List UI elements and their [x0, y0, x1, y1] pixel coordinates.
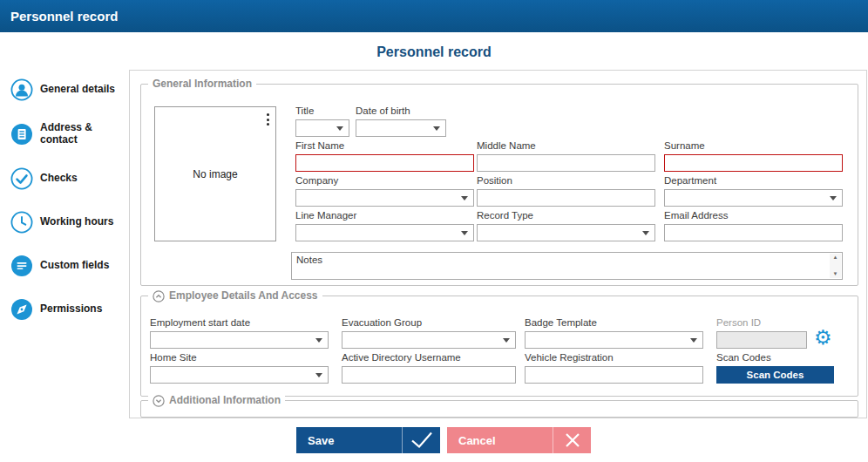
sidebar-item-label: Checks [40, 173, 124, 185]
active-directory-username-label: Active Directory Username [342, 352, 516, 364]
scroll-up-icon[interactable]: ▲ [833, 254, 838, 262]
surname-field: Surname [664, 140, 843, 172]
form-panel: General Information No image Title Date … [129, 70, 867, 418]
checkmark-icon [10, 167, 33, 190]
notes-scrollbar[interactable]: ▲ ▼ [830, 254, 841, 278]
evacuation-group-select[interactable] [342, 331, 516, 349]
person-id-field: Person ID [716, 317, 807, 349]
clock-icon [10, 211, 33, 234]
employment-start-date-label: Employment start date [150, 317, 329, 330]
dropdown-arrow-icon [642, 231, 649, 235]
gear-icon[interactable]: ⚙ [814, 328, 832, 348]
badge-template-select[interactable] [525, 331, 703, 349]
legend-text: Additional Information [169, 394, 281, 407]
scan-codes-button-label: Scan Codes [747, 370, 804, 380]
email-address-input[interactable] [664, 224, 843, 241]
scan-codes-field: Scan Codes Scan Codes [716, 352, 834, 384]
page-title: Personnel record [0, 44, 868, 60]
line-manager-select[interactable] [295, 224, 474, 241]
dropdown-arrow-icon [315, 373, 322, 377]
compass-icon [10, 298, 33, 321]
first-name-label: First Name [295, 140, 474, 153]
title-select[interactable] [295, 119, 349, 137]
save-button-label: Save [296, 434, 402, 447]
cancel-button[interactable]: Cancel [447, 427, 591, 453]
notes-textarea[interactable]: Notes ▲ ▼ [291, 252, 843, 280]
person-icon [10, 78, 33, 101]
sidebar-item-checks[interactable]: Checks [0, 167, 129, 190]
person-id-label: Person ID [716, 317, 807, 330]
collapse-icon[interactable] [153, 290, 165, 302]
no-image-text: No image [193, 168, 237, 180]
save-button[interactable]: Save [296, 427, 440, 453]
dropdown-arrow-icon [336, 126, 343, 131]
scroll-down-icon[interactable]: ▼ [833, 270, 838, 278]
photo-placeholder: No image [154, 106, 276, 241]
employment-start-date-select[interactable] [150, 331, 329, 349]
dropdown-arrow-icon [503, 338, 510, 343]
vehicle-registration-input[interactable] [525, 366, 703, 384]
email-address-field: Email Address [664, 210, 843, 241]
first-name-input[interactable] [295, 154, 474, 172]
sidebar-item-label: Address & contact [40, 122, 124, 146]
general-information-group: General Information No image Title Date … [140, 84, 858, 286]
record-type-field: Record Type [477, 210, 655, 241]
home-site-select[interactable] [150, 366, 329, 384]
evacuation-group-field: Evacuation Group [342, 317, 516, 349]
list-icon [10, 255, 33, 277]
company-label: Company [295, 175, 474, 187]
window-titlebar: Personnel record [0, 0, 868, 32]
notes-label: Notes [296, 255, 322, 265]
first-name-field: First Name [295, 140, 474, 172]
sidebar-item-label: Working hours [40, 216, 124, 228]
company-select[interactable] [295, 189, 474, 207]
active-directory-username-input[interactable] [342, 366, 516, 384]
badge-template-label: Badge Template [525, 317, 703, 330]
position-label: Position [477, 175, 655, 187]
scan-codes-button[interactable]: Scan Codes [716, 366, 834, 384]
badge-template-field: Badge Template [525, 317, 703, 349]
checkmark-icon [402, 427, 440, 453]
dropdown-arrow-icon [461, 231, 468, 235]
middle-name-label: Middle Name [477, 140, 655, 153]
department-select[interactable] [664, 189, 843, 207]
dropdown-arrow-icon [461, 196, 468, 200]
additional-information-group: Additional Information [140, 400, 858, 418]
sidebar-item-label: General details [40, 84, 124, 96]
date-of-birth-select[interactable] [356, 119, 446, 137]
dropdown-arrow-icon [315, 338, 322, 343]
line-manager-label: Line Manager [295, 210, 474, 222]
sidebar-item-permissions[interactable]: Permissions [0, 298, 129, 321]
date-of-birth-field: Date of birth [356, 105, 446, 137]
position-field: Position [477, 175, 655, 207]
sidebar-item-general-details[interactable]: General details [0, 78, 129, 101]
sidebar-item-working-hours[interactable]: Working hours [0, 211, 129, 234]
sidebar-item-address-contact[interactable]: Address & contact [0, 122, 129, 146]
sidebar: General details Address & contact Checks [0, 78, 129, 321]
sidebar-item-label: Custom fields [40, 260, 124, 272]
position-input[interactable] [477, 189, 655, 207]
employment-start-date-field: Employment start date [150, 317, 329, 349]
window-title: Personnel record [10, 9, 118, 24]
date-of-birth-label: Date of birth [356, 105, 446, 118]
surname-input[interactable] [664, 154, 843, 172]
sidebar-item-custom-fields[interactable]: Custom fields [0, 255, 129, 277]
middle-name-input[interactable] [477, 154, 655, 172]
record-type-select[interactable] [477, 224, 655, 241]
record-type-label: Record Type [477, 210, 655, 222]
vehicle-registration-field: Vehicle Registration [525, 352, 703, 384]
person-id-input [716, 331, 807, 349]
additional-information-legend: Additional Information [148, 394, 285, 407]
department-field: Department [664, 175, 843, 207]
home-site-label: Home Site [150, 352, 329, 364]
scan-codes-label: Scan Codes [716, 352, 834, 364]
employee-details-legend: Employee Details And Access [148, 289, 322, 302]
dropdown-arrow-icon [433, 126, 440, 131]
kebab-menu-icon[interactable] [265, 112, 271, 127]
general-information-legend: General Information [148, 78, 256, 91]
expand-icon[interactable] [153, 395, 165, 407]
x-icon [553, 427, 591, 453]
line-manager-field: Line Manager [295, 210, 474, 241]
dropdown-arrow-icon [830, 196, 837, 200]
middle-name-field: Middle Name [477, 140, 655, 172]
